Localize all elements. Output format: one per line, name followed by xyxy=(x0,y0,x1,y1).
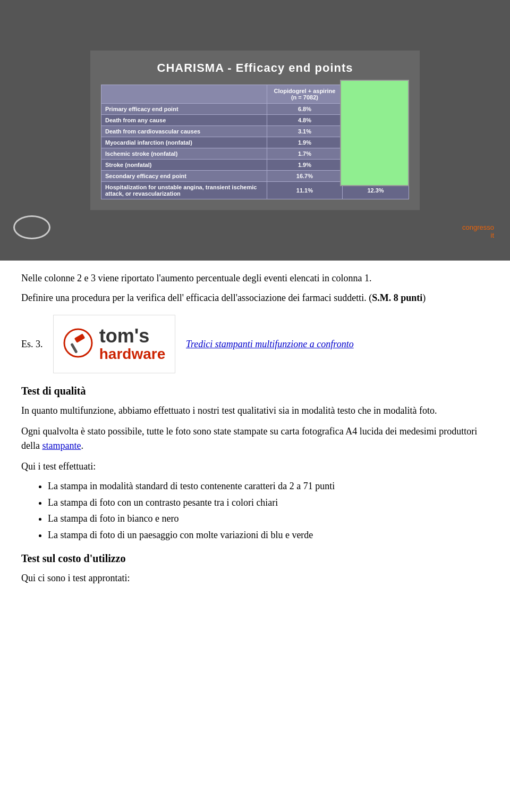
toms-logo: tom's hardware xyxy=(53,315,175,373)
es3-label: Es. 3. xyxy=(21,339,53,350)
chart-title: CHARISMA - Efficacy end points xyxy=(101,61,409,75)
hardware-text: hardware xyxy=(99,346,166,363)
intro-text2-end: ) xyxy=(422,292,426,303)
row-label-2: Death from cardiovascular causes xyxy=(101,126,267,137)
stampante-link[interactable]: stampante xyxy=(42,440,81,451)
row-label-3: Myocardial infarction (nonfatal) xyxy=(101,137,267,148)
row-col1-1: 4.8% xyxy=(267,115,342,126)
chart-section: CHARISMA - Efficacy end points Clopidogr… xyxy=(0,0,510,261)
para-qualita-1: In quanto multifunzione, abbiamo effettu… xyxy=(21,404,489,418)
list-item: La stampa in modalità standard di testo … xyxy=(48,478,489,495)
row-label-7: Hospitalization for unstable angina, tra… xyxy=(101,182,267,199)
congresso-watermark: congresso it xyxy=(462,223,494,239)
es3-row: Es. 3. tom's hardware xyxy=(21,315,489,373)
test-costo-heading: Test sul costo d'utilizzo xyxy=(21,553,489,565)
tredici-link[interactable]: Tredici stampanti multifunzione a confro… xyxy=(186,339,489,350)
row-col1-0: 6.8% xyxy=(267,104,342,115)
page-container: CHARISMA - Efficacy end points Clopidogr… xyxy=(0,0,510,601)
row-col1-2: 3.1% xyxy=(267,126,342,137)
qui-ci-sono: Qui ci sono i test approntati: xyxy=(21,571,489,585)
qui-test-label: Qui i test effettuati: xyxy=(21,459,489,474)
oval-shape xyxy=(13,215,50,239)
toms-text: tom's xyxy=(99,325,150,347)
row-label-1: Death from any cause xyxy=(101,115,267,126)
para2-end: . xyxy=(81,440,83,451)
row-col1-6: 16.7% xyxy=(267,171,342,182)
row-col1-4: 1.7% xyxy=(267,148,342,160)
row-label-5: Stroke (nonfatal) xyxy=(101,160,267,171)
intro-text2: Definire una procedura per la verifica d… xyxy=(21,292,372,303)
svg-rect-1 xyxy=(74,333,85,343)
col-header-1: Clopidogrel + aspirine (n = 7082) xyxy=(267,85,342,104)
green-box xyxy=(340,80,409,186)
col-header-0 xyxy=(101,85,267,104)
para2-start: Ogni qualvolta è stato possibile, tutte … xyxy=(21,426,477,451)
list-item: La stampa di foto in bianco e nero xyxy=(48,510,489,527)
toms-text-block: tom's hardware xyxy=(99,325,166,363)
chart-inner: CHARISMA - Efficacy end points Clopidogr… xyxy=(90,51,420,210)
list-item: La stampa di foto con un contrasto pesan… xyxy=(48,495,489,511)
test-qualita-heading: Test di qualità xyxy=(21,385,489,397)
list-item: La stampa di foto di un paesaggio con mo… xyxy=(48,527,489,543)
svg-point-0 xyxy=(64,329,92,357)
intro-para-2: Definire una procedura per la verifica d… xyxy=(21,291,489,305)
row-label-0: Primary efficacy end point xyxy=(101,104,267,115)
svg-rect-2 xyxy=(70,343,78,354)
row-col1-7: 11.1% xyxy=(267,182,342,199)
row-col1-5: 1.9% xyxy=(267,160,342,171)
content-section: Nelle colonne 2 e 3 viene riportato l'au… xyxy=(0,261,510,601)
row-label-4: Ischemic stroke (nonfatal) xyxy=(101,148,267,160)
hammer-icon xyxy=(63,328,95,360)
para-qualita-2: Ogni qualvolta è stato possibile, tutte … xyxy=(21,424,489,453)
toms-logo-inner: tom's hardware xyxy=(63,325,166,363)
row-label-6: Secondary efficacy end point xyxy=(101,171,267,182)
bullet-list: La stampa in modalità standard di testo … xyxy=(48,478,489,543)
intro-para-1: Nelle colonne 2 e 3 viene riportato l'au… xyxy=(21,271,489,286)
row-col1-3: 1.9% xyxy=(267,137,342,148)
intro-text2-bold: S.M. 8 punti xyxy=(372,292,422,303)
